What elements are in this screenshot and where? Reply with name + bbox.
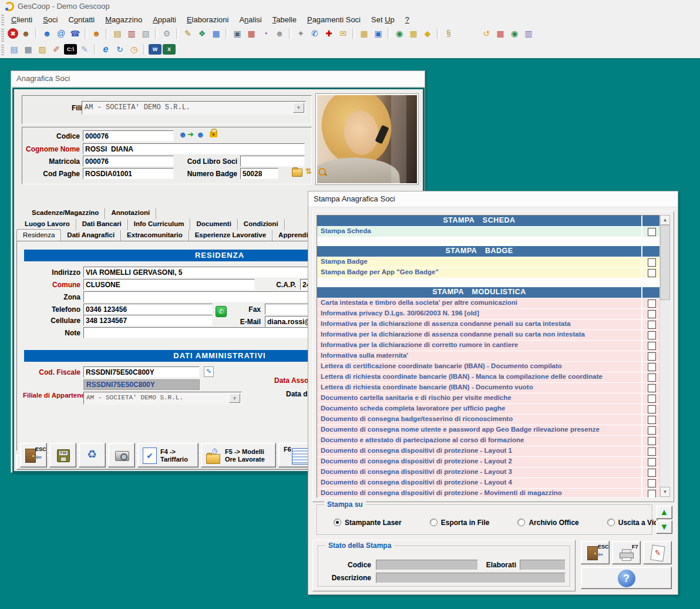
menu-magazzino[interactable]: Magazzino [100,13,147,24]
archive-boxes-icon[interactable]: ▥ [522,28,535,39]
cod-paghe-field[interactable] [83,168,174,179]
user-gray-icon[interactable]: ☻ [273,28,286,39]
menu-contatti[interactable]: Contatti [63,13,100,24]
esc-button[interactable]: ESC ⬅ [20,443,47,467]
menu-gripper[interactable] [1,15,4,26]
member-photo[interactable] [316,94,418,184]
radio-dot-icon[interactable] [517,519,525,526]
list-row[interactable]: Lettera di richiesta coordinate bancarie… [317,383,660,393]
pens-icon[interactable]: ✐ [50,43,63,55]
scroll-seal-icon[interactable]: § [442,28,455,39]
gear-icon[interactable]: ⚙ [160,28,173,39]
paste-icon[interactable]: ▧ [139,28,152,39]
row-checkbox[interactable] [648,426,656,435]
browser-icon[interactable]: e [99,43,112,55]
filiale-appartenenza-combobox[interactable]: AM - SOCIETA' DEMO S.R.L. ▼ [83,392,242,405]
tools-icon[interactable]: ✦ [294,28,307,39]
photo-camera-button[interactable] [108,443,135,467]
list-row[interactable]: Stampa Badge [317,257,660,268]
word-icon[interactable]: W [149,44,161,55]
calendar-icon[interactable]: ▦ [407,28,420,39]
member-goto-icon[interactable]: ☻ [196,130,205,139]
users-icon[interactable]: ☻ [19,28,32,39]
row-checkbox[interactable] [648,352,656,361]
list-row[interactable]: Stampa Badge per App "Geo Badge" [317,268,660,278]
telefono-field[interactable] [83,304,213,315]
clipboard-icon[interactable]: ▤ [111,28,124,39]
cod-fiscale-field[interactable] [83,366,200,378]
move-down-button[interactable]: ▼ [656,520,672,534]
print-f7-button[interactable]: F7 [612,541,641,564]
tab-esperienze-lavorative[interactable]: Esperienze Lavorative [189,230,272,241]
radio-dot-icon[interactable] [334,519,341,526]
dialog-esc-button[interactable]: ESC ⬅ [581,541,610,564]
list-row[interactable]: Stampa Scheda [317,227,660,237]
row-checkbox[interactable] [648,374,656,382]
notes-icon[interactable]: ▤ [8,43,21,55]
scroll-down-icon[interactable]: ▼ [660,487,670,497]
delete-button[interactable]: ♻ [79,443,106,467]
row-checkbox[interactable] [648,479,656,487]
menu-elaborazioni[interactable]: Elaborazioni [181,13,234,24]
tariffario-f4-button[interactable]: ✔ F4 ->Tariffario [137,443,198,467]
comune-field[interactable] [83,279,255,290]
menu-analisi[interactable]: Analisi [234,13,267,24]
tab-dati-anagrafici[interactable]: Dati Anagrafici [61,230,121,241]
lock-icon[interactable] [210,132,217,137]
row-checkbox[interactable] [648,321,656,329]
signature-icon[interactable]: ✎ [181,28,194,39]
row-checkbox[interactable] [648,416,656,424]
row-checkbox[interactable] [648,310,656,318]
email-at-icon[interactable]: @ [55,28,68,39]
calculator-icon[interactable]: ▦ [22,43,35,55]
list-row[interactable]: Informativa per la dichiarazione di asse… [317,330,660,341]
globe-sync-icon[interactable]: ◉ [393,28,406,39]
help-button[interactable]: ? [581,567,672,589]
notepad-icon[interactable]: ✎ [78,43,91,55]
list-row[interactable]: Documento scheda completa lavoratore per… [317,404,660,415]
list-row[interactable]: Lettera di certificazione coordinate ban… [317,362,660,372]
list-scrollbar[interactable]: ▲ ▼ [659,215,670,497]
table-money-icon[interactable]: ▦ [358,28,371,39]
library-icon[interactable]: ▥ [125,28,138,39]
list-row[interactable]: Documento di consegna dispositivi di pro… [317,457,660,467]
menu-set-up[interactable]: Set Up [366,13,400,24]
save-icon[interactable]: ▣ [372,28,385,39]
list-row[interactable]: Documento di consegna dispositivi di pro… [317,446,660,457]
scroll-up-icon[interactable]: ▲ [660,215,670,225]
chevron-down-icon[interactable]: ▼ [293,103,304,113]
globe-green-icon[interactable]: ◉ [508,28,521,39]
save-f10-button[interactable]: F10 [49,443,76,467]
matricola-field[interactable] [83,156,174,167]
menu-appalti[interactable]: Appalti [147,13,181,24]
member-prev-icon[interactable]: ☻ [179,130,187,139]
list-row[interactable]: Documento di consegna dispositivi di pro… [317,478,660,489]
menu-tabelle[interactable]: Tabelle [267,13,302,24]
row-checkbox[interactable] [648,228,656,236]
codice-field[interactable] [83,130,174,142]
radio-archivio-office[interactable]: Archivio Office [517,517,607,527]
list-row[interactable]: Documento di consegna nome utente e pass… [317,425,660,436]
cod-libro-soci-field[interactable] [240,156,305,167]
edit-note-button[interactable]: ✎ [643,541,672,564]
anagrafica-window-title[interactable]: Anagrafica Soci [11,71,425,87]
export-doc-icon[interactable]: ❖ [196,28,208,39]
modelli-ore-f5-button[interactable]: ◷ F5 -> ModelliOre Lavorate [201,443,276,467]
list-row[interactable]: Informativa per la dichiarazione di corr… [317,341,660,351]
stampa-dialog-title[interactable]: Stampa Anagrafica Soci [308,191,678,207]
row-checkbox[interactable] [648,363,656,371]
list-row[interactable]: Documento di consegna dispositivi di pro… [317,467,660,478]
badge-search-icon[interactable] [318,167,327,177]
row-checkbox[interactable] [648,437,656,445]
row-checkbox[interactable] [648,342,656,350]
mail-open-icon[interactable]: ✉ [336,28,349,39]
radio-uscita-a-video[interactable]: Uscita a Video [607,517,695,527]
calendar-red-icon[interactable]: ▦ [494,28,507,39]
menu-pagamenti-soci[interactable]: Pagamenti Soci [302,13,366,24]
chart-pie-icon[interactable]: ◔ [259,28,272,39]
gescoop-sync-icon[interactable]: ↺ [480,28,493,39]
list-row[interactable]: Informativa sulla maternita' [317,351,660,362]
tab-extracomunitario[interactable]: Extracomunitario [121,230,189,241]
cognome-nome-field[interactable] [83,143,305,154]
row-checkbox[interactable] [648,395,656,403]
